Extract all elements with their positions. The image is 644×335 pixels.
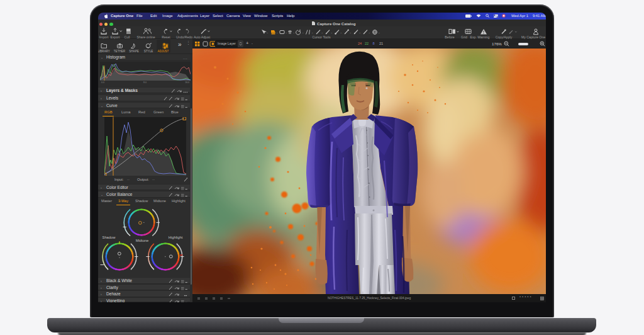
svg-text:⌄: ⌄ — [350, 31, 352, 34]
svg-text:⌄: ⌄ — [311, 31, 313, 34]
svg-text:⌄: ⌄ — [267, 31, 269, 34]
svg-text:⌄: ⌄ — [276, 31, 278, 34]
svg-text:⌄: ⌄ — [293, 31, 295, 34]
svg-text:⌄: ⌄ — [331, 31, 333, 34]
svg-text:⌄: ⌄ — [340, 31, 342, 34]
svg-text:⌄: ⌄ — [302, 31, 304, 34]
svg-text:⌄: ⌄ — [369, 31, 370, 34]
svg-text:⌄: ⌄ — [321, 31, 323, 34]
svg-text:⌄: ⌄ — [359, 31, 361, 34]
svg-text:⌄: ⌄ — [378, 31, 380, 34]
svg-text:⌄: ⌄ — [286, 31, 287, 34]
